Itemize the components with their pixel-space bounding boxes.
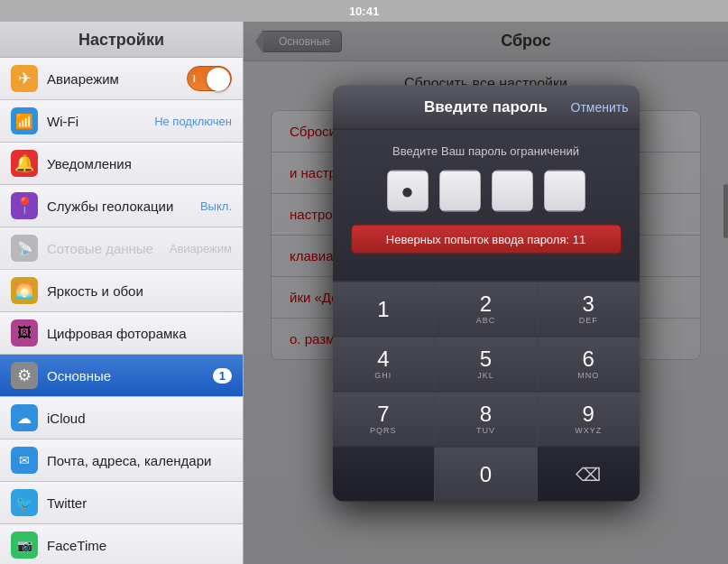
sidebar-label-mail: Почта, адреса, календари bbox=[47, 453, 232, 468]
sidebar-title: Настройки bbox=[0, 22, 243, 58]
numpad-row-1: 1 2 ABC 3 DEF bbox=[333, 282, 640, 337]
key-letters-9: WXYZ bbox=[575, 426, 602, 435]
sidebar-value-location: Выкл. bbox=[200, 199, 232, 213]
numpad-key-1[interactable]: 1 bbox=[333, 282, 436, 336]
numpad-key-6[interactable]: 6 MNO bbox=[538, 337, 640, 391]
pin-dot-3 bbox=[492, 170, 533, 211]
general-badge: 1 bbox=[213, 368, 232, 384]
key-number-0: 0 bbox=[480, 463, 492, 485]
key-letters-5: JKL bbox=[477, 371, 494, 380]
sidebar-item-airplane[interactable]: ✈ Авиарежим I bbox=[0, 58, 243, 100]
pin-dots-container bbox=[351, 170, 622, 211]
numpad-key-2[interactable]: 2 ABC bbox=[435, 282, 538, 336]
key-letters-4: GHI bbox=[374, 371, 392, 380]
key-letters-7: PQRS bbox=[370, 426, 397, 435]
numpad-key-8[interactable]: 8 TUV bbox=[435, 392, 538, 446]
toggle-knob bbox=[207, 68, 230, 91]
wallpaper-icon: 🌅 bbox=[11, 277, 38, 304]
general-icon: ⚙ bbox=[11, 362, 38, 389]
airplane-icon: ✈ bbox=[11, 65, 38, 92]
sidebar-label-icloud: iCloud bbox=[47, 411, 232, 426]
key-letters-3: DEF bbox=[579, 316, 598, 325]
photo-icon: 🖼 bbox=[11, 319, 38, 347]
sidebar-label-location: Службы геолокации bbox=[47, 199, 200, 214]
right-panel: Основные Сброс Сбросить все настройки Сб… bbox=[244, 22, 728, 564]
dialog-cancel-button[interactable]: Отменить bbox=[571, 99, 629, 114]
pin-dot-1 bbox=[387, 170, 429, 211]
sidebar-item-location[interactable]: 📍 Службы геолокации Выкл. bbox=[0, 185, 243, 227]
numpad: 1 2 ABC 3 DEF 4 GHI bbox=[333, 281, 640, 501]
sidebar-label-facetime: FaceTime bbox=[47, 538, 232, 553]
key-letters-2: ABC bbox=[476, 316, 496, 325]
sidebar-label-airplane: Авиарежим bbox=[47, 71, 187, 87]
sidebar-item-photo[interactable]: 🖼 Цифровая фоторамка bbox=[0, 312, 243, 355]
key-number-4: 4 bbox=[377, 348, 389, 370]
sidebar-label-notifications: Уведомления bbox=[47, 156, 232, 171]
toggle-label-on: I bbox=[193, 74, 196, 84]
sidebar-label-twitter: Twitter bbox=[47, 495, 232, 511]
notification-icon: 🔔 bbox=[11, 150, 38, 177]
dialog-header: Введите пароль Отменить bbox=[333, 85, 640, 129]
key-number-5: 5 bbox=[480, 348, 492, 370]
sidebar-label-general: Основные bbox=[47, 368, 213, 384]
sidebar-item-general[interactable]: ⚙ Основные 1 bbox=[0, 355, 243, 397]
location-icon: 📍 bbox=[11, 192, 38, 219]
sidebar-label-wifi: Wi-Fi bbox=[47, 114, 154, 129]
key-number-7: 7 bbox=[377, 403, 389, 425]
main-layout: Настройки ✈ Авиарежим I 📶 Wi-Fi Не подкл… bbox=[0, 22, 728, 564]
status-time: 10:41 bbox=[349, 5, 379, 18]
numpad-key-7[interactable]: 7 PQRS bbox=[333, 392, 436, 446]
key-number-2: 2 bbox=[480, 293, 492, 315]
sidebar-value-cellular: Авиарежим bbox=[170, 242, 232, 255]
numpad-key-empty bbox=[333, 447, 436, 501]
key-letters-6: MNO bbox=[577, 371, 599, 380]
numpad-row-3: 7 PQRS 8 TUV 9 WXYZ bbox=[333, 392, 640, 447]
icloud-icon: ☁ bbox=[11, 404, 38, 431]
twitter-icon: 🐦 bbox=[11, 489, 38, 516]
sidebar-value-wifi: Не подключен bbox=[154, 115, 232, 128]
sidebar-item-twitter[interactable]: 🐦 Twitter bbox=[0, 482, 243, 524]
key-number-3: 3 bbox=[583, 293, 594, 315]
numpad-row-4: 0 ⌫ bbox=[333, 447, 640, 501]
sidebar-item-facetime[interactable]: 📷 FaceTime bbox=[0, 524, 243, 564]
sidebar-item-cellular: 📡 Сотовые данные Авиарежим bbox=[0, 227, 243, 270]
numpad-key-delete[interactable]: ⌫ bbox=[538, 447, 640, 501]
facetime-icon: 📷 bbox=[11, 532, 38, 559]
mail-icon: ✉ bbox=[11, 447, 38, 474]
pin-dot-4 bbox=[544, 170, 585, 211]
key-letters-8: TUV bbox=[476, 426, 495, 435]
key-number-6: 6 bbox=[583, 348, 594, 370]
sidebar-item-icloud[interactable]: ☁ iCloud bbox=[0, 397, 243, 439]
numpad-key-4[interactable]: 4 GHI bbox=[333, 337, 436, 391]
key-number-8: 8 bbox=[480, 403, 492, 425]
sidebar-item-mail[interactable]: ✉ Почта, адреса, календари bbox=[0, 439, 243, 482]
dialog-body: Введите Ваш пароль ограничений Неверных … bbox=[333, 129, 640, 281]
sidebar-item-wallpaper[interactable]: 🌅 Яркость и обои bbox=[0, 270, 243, 312]
password-dialog: Введите пароль Отменить Введите Ваш паро… bbox=[333, 85, 640, 501]
cellular-icon: 📡 bbox=[11, 235, 38, 262]
delete-icon: ⌫ bbox=[576, 463, 601, 485]
status-bar: 10:41 bbox=[0, 0, 728, 22]
airplane-toggle[interactable]: I bbox=[187, 66, 232, 91]
sidebar-label-photo: Цифровая фоторамка bbox=[47, 326, 232, 341]
numpad-key-0[interactable]: 0 bbox=[435, 447, 538, 501]
numpad-key-3[interactable]: 3 DEF bbox=[538, 282, 640, 336]
sidebar: Настройки ✈ Авиарежим I 📶 Wi-Fi Не подкл… bbox=[0, 22, 244, 564]
sidebar-label-wallpaper: Яркость и обои bbox=[47, 283, 232, 299]
numpad-key-9[interactable]: 9 WXYZ bbox=[538, 392, 640, 446]
numpad-row-2: 4 GHI 5 JKL 6 MNO bbox=[333, 337, 640, 392]
key-number-9: 9 bbox=[583, 403, 594, 425]
numpad-key-5[interactable]: 5 JKL bbox=[435, 337, 538, 391]
key-number-1: 1 bbox=[377, 298, 389, 319]
dialog-title: Введите пароль bbox=[424, 97, 548, 116]
sidebar-label-cellular: Сотовые данные bbox=[47, 241, 170, 256]
pin-dot-2 bbox=[439, 170, 481, 211]
sidebar-item-notifications[interactable]: 🔔 Уведомления bbox=[0, 143, 243, 185]
wifi-icon: 📶 bbox=[11, 107, 38, 134]
error-banner: Неверных попыток ввода пароля: 11 bbox=[351, 224, 622, 254]
dialog-instruction: Введите Ваш пароль ограничений bbox=[351, 143, 622, 157]
sidebar-item-wifi[interactable]: 📶 Wi-Fi Не подключен bbox=[0, 100, 243, 143]
